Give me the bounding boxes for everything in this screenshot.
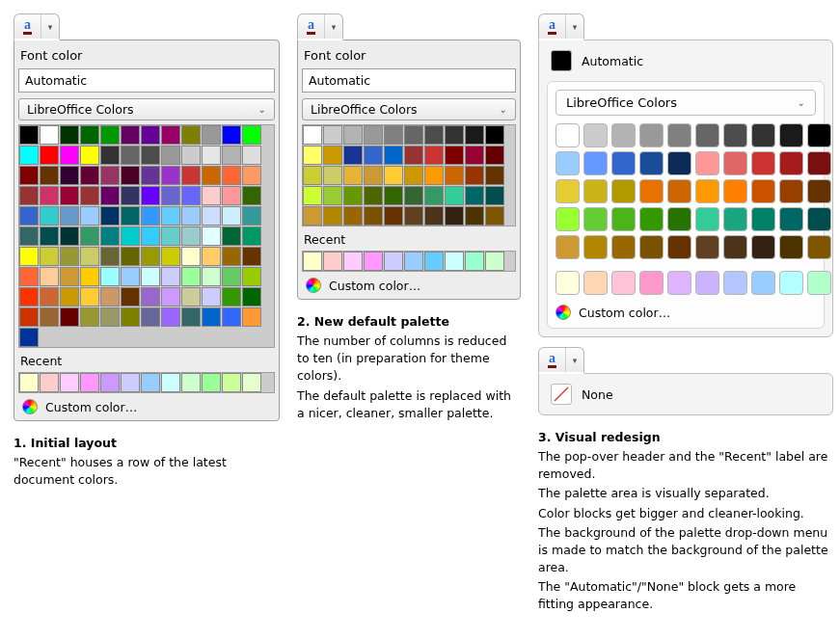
color-swatch[interactable] <box>80 287 99 306</box>
color-swatch[interactable] <box>445 252 464 271</box>
color-swatch[interactable] <box>639 235 664 259</box>
color-swatch[interactable] <box>485 125 504 145</box>
color-swatch[interactable] <box>303 186 322 205</box>
font-color-split-button-none[interactable]: a ▾ <box>538 347 584 374</box>
color-swatch[interactable] <box>384 146 403 165</box>
color-swatch[interactable] <box>40 226 59 246</box>
color-swatch[interactable] <box>40 166 59 185</box>
color-swatch[interactable] <box>424 252 444 271</box>
color-swatch[interactable] <box>242 166 261 185</box>
color-swatch[interactable] <box>121 267 140 286</box>
color-swatch[interactable] <box>424 146 444 165</box>
color-swatch[interactable] <box>242 287 261 306</box>
palette-select[interactable]: LibreOffice Colors ⌄ <box>302 98 516 120</box>
color-swatch[interactable] <box>80 267 99 286</box>
color-swatch[interactable] <box>202 186 221 205</box>
color-swatch[interactable] <box>465 125 484 145</box>
font-color-icon[interactable]: a <box>14 14 41 39</box>
color-swatch[interactable] <box>465 186 484 205</box>
none-button[interactable]: None <box>547 382 825 407</box>
color-swatch[interactable] <box>181 166 201 185</box>
color-swatch[interactable] <box>583 235 608 259</box>
color-swatch[interactable] <box>60 206 79 226</box>
custom-color-button[interactable]: Custom color… <box>18 393 275 416</box>
color-swatch[interactable] <box>343 252 363 271</box>
color-swatch[interactable] <box>465 252 484 271</box>
color-swatch[interactable] <box>384 186 403 205</box>
color-swatch[interactable] <box>695 235 719 259</box>
color-swatch[interactable] <box>695 207 719 231</box>
color-swatch[interactable] <box>485 146 504 165</box>
color-swatch[interactable] <box>222 267 241 286</box>
font-color-icon[interactable]: a <box>539 14 566 39</box>
color-swatch[interactable] <box>121 307 140 327</box>
color-swatch[interactable] <box>364 206 383 226</box>
color-swatch[interactable] <box>404 252 423 271</box>
color-swatch[interactable] <box>100 267 120 286</box>
color-swatch[interactable] <box>364 252 383 271</box>
color-swatch[interactable] <box>19 226 39 246</box>
color-swatch[interactable] <box>222 373 241 392</box>
color-swatch[interactable] <box>639 123 664 147</box>
color-swatch[interactable] <box>751 151 775 175</box>
color-swatch[interactable] <box>202 287 221 306</box>
color-swatch[interactable] <box>695 123 719 147</box>
color-swatch[interactable] <box>667 123 691 147</box>
color-swatch[interactable] <box>141 186 160 205</box>
automatic-button[interactable]: Automatic <box>547 48 825 77</box>
color-swatch[interactable] <box>60 166 79 185</box>
color-swatch[interactable] <box>323 146 342 165</box>
color-swatch[interactable] <box>19 186 39 205</box>
color-swatch[interactable] <box>40 307 59 327</box>
color-swatch[interactable] <box>667 179 691 203</box>
color-swatch[interactable] <box>364 146 383 165</box>
color-swatch[interactable] <box>242 247 261 266</box>
dropdown-arrow-icon[interactable]: ▾ <box>566 348 583 372</box>
color-swatch[interactable] <box>19 125 39 145</box>
color-swatch[interactable] <box>60 146 79 165</box>
color-swatch[interactable] <box>465 146 484 165</box>
color-swatch[interactable] <box>807 271 831 295</box>
color-swatch[interactable] <box>779 207 803 231</box>
color-swatch[interactable] <box>100 146 120 165</box>
color-swatch[interactable] <box>161 166 180 185</box>
color-swatch[interactable] <box>141 267 160 286</box>
color-swatch[interactable] <box>181 247 201 266</box>
color-swatch[interactable] <box>19 206 39 226</box>
color-swatch[interactable] <box>202 373 221 392</box>
color-swatch[interactable] <box>141 287 160 306</box>
color-swatch[interactable] <box>384 125 403 145</box>
color-swatch[interactable] <box>751 123 775 147</box>
custom-color-button[interactable]: Custom color… <box>555 295 816 320</box>
color-swatch[interactable] <box>555 271 580 295</box>
palette-select[interactable]: LibreOffice Colors ⌄ <box>555 90 816 116</box>
color-swatch[interactable] <box>303 206 322 226</box>
color-swatch[interactable] <box>80 146 99 165</box>
color-swatch[interactable] <box>121 186 140 205</box>
palette-select[interactable]: LibreOffice Colors ⌄ <box>18 98 275 120</box>
color-swatch[interactable] <box>60 125 79 145</box>
automatic-field[interactable]: Automatic <box>302 68 516 93</box>
color-swatch[interactable] <box>181 146 201 165</box>
color-swatch[interactable] <box>611 123 636 147</box>
color-swatch[interactable] <box>161 226 180 246</box>
color-swatch[interactable] <box>19 267 39 286</box>
color-swatch[interactable] <box>723 151 747 175</box>
color-swatch[interactable] <box>161 267 180 286</box>
color-swatch[interactable] <box>161 307 180 327</box>
font-color-icon[interactable]: a <box>539 348 566 372</box>
color-swatch[interactable] <box>19 287 39 306</box>
color-swatch[interactable] <box>445 166 464 185</box>
color-swatch[interactable] <box>19 166 39 185</box>
color-swatch[interactable] <box>384 166 403 185</box>
color-swatch[interactable] <box>404 146 423 165</box>
color-swatch[interactable] <box>181 226 201 246</box>
color-swatch[interactable] <box>202 226 221 246</box>
color-swatch[interactable] <box>202 146 221 165</box>
color-swatch[interactable] <box>141 307 160 327</box>
color-swatch[interactable] <box>723 271 747 295</box>
color-swatch[interactable] <box>202 247 221 266</box>
color-swatch[interactable] <box>445 146 464 165</box>
color-swatch[interactable] <box>485 186 504 205</box>
color-swatch[interactable] <box>100 247 120 266</box>
